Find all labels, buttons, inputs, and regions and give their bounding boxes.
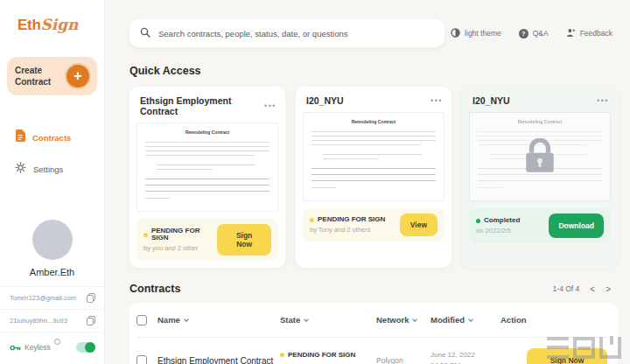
create-contract-button[interactable]: Create Contract +: [7, 57, 97, 95]
quick-access-card: I20_NYU ••• Remodeling Contract PENDING …: [296, 87, 452, 268]
card-footer: PENDING FOR SIGN by you and 2 other Sign…: [136, 219, 278, 261]
preview-doc-title: Remodeling Contract: [145, 130, 270, 135]
kebab-menu-icon[interactable]: •••: [430, 96, 443, 105]
contract-row[interactable]: Ethsign Employment Contract PENDING FOR …: [136, 338, 611, 364]
chevron-down-icon: [184, 317, 189, 322]
document-icon: [15, 130, 25, 145]
card-substatus: by you and 2 other: [144, 245, 217, 252]
sign-now-button[interactable]: Sign Now: [217, 224, 271, 256]
ethsign-app: EthSign Create Contract + Contracts Sett…: [0, 0, 630, 364]
chevron-down-icon: [304, 317, 309, 322]
select-all-checkbox[interactable]: [136, 315, 147, 326]
feedback-person-icon: [566, 28, 576, 39]
theme-toggle[interactable]: light theme: [451, 28, 501, 39]
feedback-link[interactable]: Feedback: [566, 28, 612, 39]
sidebar-item-settings[interactable]: Settings: [0, 153, 104, 185]
gear-icon: [15, 161, 26, 177]
contracts-table: Name State Network Modified Action Ethsi…: [130, 303, 618, 364]
key-icon: [10, 340, 21, 355]
qa-link[interactable]: ? Q&A: [519, 29, 549, 38]
wallet-address: 21iuhuy89hn...9u93: [10, 317, 87, 325]
keyless-label: Keyless: [24, 343, 51, 352]
theme-label: light theme: [465, 29, 501, 38]
status-dot: [280, 353, 284, 357]
kebab-menu-icon[interactable]: •••: [597, 96, 609, 105]
kebab-menu-icon[interactable]: •••: [264, 102, 276, 110]
pagination-label: 1-4 Of 4: [553, 284, 580, 293]
ethsign-logo: EthSign: [0, 0, 104, 34]
card-title: I20_NYU: [472, 95, 510, 106]
lock-icon: [470, 113, 610, 200]
quick-access-cards: Ethsign Employment Contract ••• Remodeli…: [130, 87, 618, 268]
row-sign-now-button[interactable]: Sign Now: [527, 348, 607, 364]
card-status: Completed: [484, 217, 520, 224]
document-preview: Remodeling Contract: [136, 122, 278, 212]
sidebar: EthSign Create Contract + Contracts Sett…: [0, 0, 105, 364]
info-icon: [54, 339, 60, 345]
table-header-row: Name State Network Modified Action: [136, 303, 611, 338]
search-icon: [140, 25, 150, 41]
row-checkbox[interactable]: [136, 355, 147, 364]
document-preview-locked: Remodeling Contract: [469, 112, 611, 201]
document-preview: Remodeling Contract: [303, 112, 444, 201]
user-address-row: 21iuhuy89hn...9u93: [0, 310, 104, 332]
card-footer: Completed on 2022/2/5 Download: [469, 208, 611, 243]
prev-page-button[interactable]: <: [590, 284, 595, 294]
create-contract-label: Create Contract: [15, 65, 66, 88]
next-page-button[interactable]: >: [606, 284, 611, 294]
sidebar-item-contracts[interactable]: Contracts: [0, 122, 104, 153]
user-name: Amber.Eth: [0, 267, 104, 277]
question-icon: ?: [519, 29, 528, 38]
contracts-title: Contracts: [130, 283, 180, 295]
quick-access-title: Quick Access: [130, 65, 618, 77]
column-header-action: Action: [500, 315, 611, 325]
card-status: PENDING FOR SIGN: [318, 216, 385, 223]
contract-name: Ethsign Employment Contract: [158, 356, 280, 364]
card-title: Ethsign Employment Contract: [140, 95, 264, 116]
card-substatus: by Tony and 2 others: [310, 227, 385, 234]
column-header-state[interactable]: State: [280, 315, 376, 325]
quick-access-card: Ethsign Employment Contract ••• Remodeli…: [130, 87, 285, 268]
topbar-actions: light theme ? Q&A Feedback: [451, 28, 618, 39]
chevron-down-icon: [413, 317, 418, 322]
status-dot: [144, 233, 148, 237]
card-title: I20_NYU: [306, 95, 344, 106]
status-dot: [310, 218, 314, 222]
user-email: Tomrrr123@gmail.com: [10, 294, 87, 302]
user-panel: Amber.Eth Tomrrr123@gmail.com 21iuhuy89h…: [0, 220, 104, 364]
preview-doc-title: Remodeling Contract: [312, 119, 436, 124]
card-substatus: on 2022/2/5: [476, 228, 520, 234]
keyless-row: Keyless: [0, 332, 104, 364]
card-status: PENDING FOR SIGN: [151, 228, 217, 242]
column-header-network[interactable]: Network: [376, 315, 430, 325]
search-bar: [130, 19, 444, 47]
contract-network: Polygon: [376, 356, 430, 364]
logo-eth: Eth: [18, 17, 40, 33]
contract-modified: June 12, 2022 04:50 PM: [430, 350, 500, 364]
main-area: light theme ? Q&A Feedback Quick Access: [105, 0, 630, 364]
search-input[interactable]: [158, 29, 434, 38]
contracts-header: Contracts 1-4 Of 4 < >: [130, 283, 618, 295]
user-details: Tomrrr123@gmail.com 21iuhuy89hn...9u93: [0, 286, 104, 364]
logo-sign: Sign: [40, 16, 78, 33]
copy-email-button[interactable]: [87, 293, 95, 303]
pagination: 1-4 Of 4 < >: [553, 284, 618, 294]
topbar: light theme ? Q&A Feedback: [130, 19, 618, 47]
contract-state: PENDING FOR SIGN by you and 2 others: [280, 351, 376, 364]
sidebar-nav: Contracts Settings: [0, 122, 104, 185]
view-button[interactable]: View: [400, 214, 438, 236]
card-footer: PENDING FOR SIGN by Tony and 2 others Vi…: [303, 208, 444, 242]
keyless-toggle[interactable]: [76, 342, 95, 353]
status-dot: [476, 219, 480, 223]
column-header-name[interactable]: Name: [158, 315, 280, 325]
feedback-label: Feedback: [580, 29, 612, 38]
plus-icon: +: [66, 65, 89, 88]
quick-access-card: I20_NYU ••• Remodeling Contract: [462, 87, 618, 268]
download-button[interactable]: Download: [549, 214, 604, 238]
copy-address-button[interactable]: [87, 316, 95, 326]
theme-contrast-icon: [451, 28, 460, 39]
chevron-down-icon: [468, 317, 473, 322]
column-header-modified[interactable]: Modified: [430, 315, 500, 325]
user-email-row: Tomrrr123@gmail.com: [0, 287, 104, 310]
qa-label: Q&A: [533, 29, 549, 38]
